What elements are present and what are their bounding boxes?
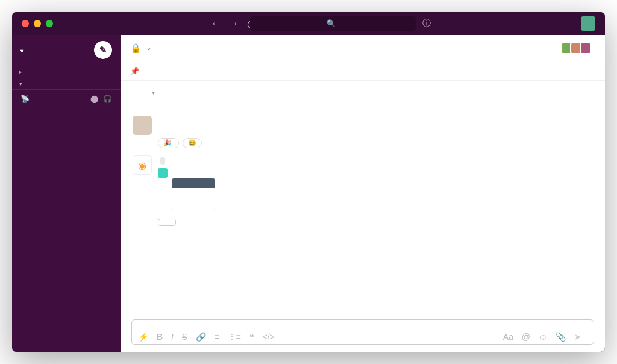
email-preview-thumbnail[interactable]	[172, 178, 215, 210]
members-button[interactable]	[563, 42, 595, 54]
section-direct-messages[interactable]: ▸	[12, 66, 121, 77]
italic-icon[interactable]: I	[171, 332, 174, 342]
huddle-bar[interactable]: 📡 ⬤ 🎧	[12, 89, 121, 108]
message-body	[158, 125, 593, 136]
message-composer[interactable]: ⚡ B I S̶ 🔗 ≡ ⋮≡ ❝ </> Aa @ ☺ 📎	[131, 319, 594, 345]
chevron-down-icon[interactable]: ▾	[152, 89, 155, 96]
attach-icon[interactable]: 📎	[556, 332, 566, 342]
lock-icon: 🔒	[130, 43, 142, 54]
bold-icon[interactable]: B	[157, 332, 163, 342]
composer-placeholder[interactable]	[132, 320, 594, 330]
chevron-down-icon: ⌄	[146, 45, 151, 51]
huddle-toggle[interactable]: ⬤	[90, 95, 98, 103]
link-icon[interactable]: 🔗	[196, 332, 206, 342]
quote-icon[interactable]: ❝	[249, 332, 254, 342]
email-activity-icon	[158, 168, 168, 178]
search-icon: 🔍	[327, 19, 336, 28]
nav-back-icon[interactable]: ←	[211, 18, 221, 30]
headphones-icon[interactable]: 🎧	[103, 95, 112, 103]
ol-icon[interactable]: ≡	[214, 332, 219, 342]
app-avatar[interactable]: ◉	[133, 155, 152, 175]
channel-name-button[interactable]: 🔒 ⌄	[130, 43, 151, 54]
message-fields	[158, 181, 160, 214]
code-icon[interactable]: </>	[262, 332, 274, 342]
titlebar: ← → ◷ 🔍 ⓘ	[12, 12, 605, 35]
ul-icon[interactable]: ⋮≡	[228, 332, 241, 342]
strike-icon[interactable]: S̶	[182, 332, 187, 342]
window-close[interactable]	[22, 20, 29, 27]
search-input[interactable]: 🔍	[250, 16, 416, 31]
app-badge	[160, 157, 165, 165]
window-minimize[interactable]	[34, 20, 41, 27]
avatar[interactable]	[133, 116, 152, 135]
add-reaction-button[interactable]: 😊	[183, 138, 202, 148]
compose-button[interactable]: ✎	[94, 41, 112, 59]
window-maximize[interactable]	[46, 20, 53, 27]
section-apps[interactable]: ▾	[12, 78, 121, 89]
emoji-icon[interactable]: ☺	[539, 332, 547, 342]
details-button[interactable]	[158, 219, 176, 226]
add-bookmark-button[interactable]: +	[150, 67, 154, 75]
reaction-tada[interactable]: 🎉	[158, 138, 179, 148]
shortcuts-icon[interactable]: ⚡	[138, 332, 148, 342]
send-icon[interactable]: ➤	[574, 332, 581, 342]
mention-icon[interactable]: @	[522, 332, 530, 342]
antenna-icon: 📡	[20, 95, 30, 103]
format-icon[interactable]: Aa	[503, 332, 513, 342]
user-avatar[interactable]	[581, 16, 595, 31]
help-icon[interactable]: ⓘ	[422, 18, 431, 29]
sidebar: ▾ ✎ ▸ ▾ 📡 ⬤ 🎧	[12, 35, 121, 352]
chevron-down-icon: ▾	[20, 48, 23, 54]
nav-forward-icon[interactable]: →	[229, 18, 239, 30]
pinned-button[interactable]: 📌	[130, 67, 139, 75]
